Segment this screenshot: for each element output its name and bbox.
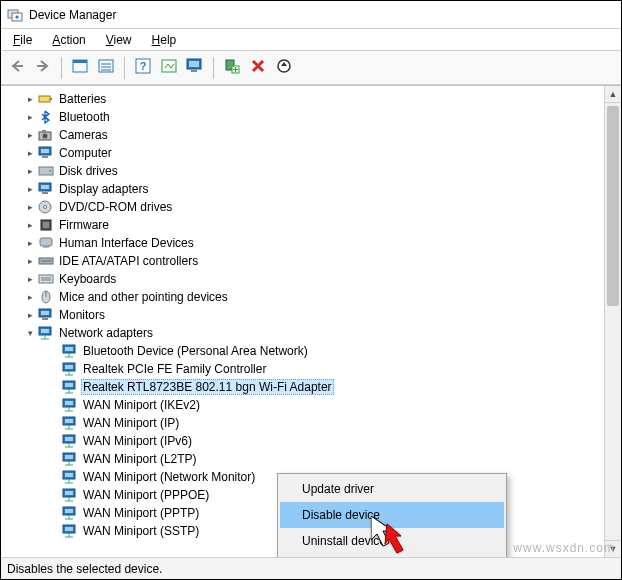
net-adapter-icon	[61, 505, 79, 521]
tree-device-label[interactable]: WAN Miniport (IP)	[81, 416, 181, 430]
tree-device-label[interactable]: WAN Miniport (L2TP)	[81, 452, 199, 466]
tree-device[interactable]: WAN Miniport (IPv6)	[7, 432, 621, 450]
update-icon	[276, 58, 292, 77]
tree-category-label[interactable]: Firmware	[57, 218, 111, 232]
tree-category[interactable]: ▸Cameras	[7, 126, 621, 144]
tree-category[interactable]: ▸Mice and other pointing devices	[7, 288, 621, 306]
expand-icon[interactable]: ▸	[23, 92, 37, 106]
camera-icon	[37, 127, 55, 143]
tree-device-label[interactable]: Realtek RTL8723BE 802.11 bgn Wi-Fi Adapt…	[81, 379, 334, 395]
tree-category[interactable]: ▸Bluetooth	[7, 108, 621, 126]
collapse-icon[interactable]: ▾	[23, 326, 37, 340]
tree-device[interactable]: Realtek RTL8723BE 802.11 bgn Wi-Fi Adapt…	[7, 378, 621, 396]
remove-icon	[251, 59, 265, 76]
scroll-up-button[interactable]: ▲	[605, 86, 621, 103]
expand-icon[interactable]: ▸	[23, 110, 37, 124]
expand-icon[interactable]: ▸	[23, 290, 37, 304]
tree-device[interactable]: Realtek PCIe FE Family Controller	[7, 360, 621, 378]
tree-category[interactable]: ▸Disk drives	[7, 162, 621, 180]
tree-category[interactable]: ▾Network adapters	[7, 324, 621, 342]
tree-category[interactable]: ▸DVD/CD-ROM drives	[7, 198, 621, 216]
context-item-uninstall-device[interactable]: Uninstall device	[280, 528, 504, 554]
toolbar-update-button[interactable]	[272, 56, 296, 80]
expand-icon[interactable]: ▸	[23, 146, 37, 160]
tree-category-label[interactable]: Display adapters	[57, 182, 150, 196]
net-adapter-icon	[61, 523, 79, 539]
tree-category[interactable]: ▸Computer	[7, 144, 621, 162]
tree-device-label[interactable]: Realtek PCIe FE Family Controller	[81, 362, 268, 376]
expand-icon[interactable]: ▸	[23, 182, 37, 196]
svg-rect-14	[191, 70, 197, 72]
tree-device-label[interactable]: WAN Miniport (SSTP)	[81, 524, 201, 538]
toolbar-help-button[interactable]: ?	[131, 56, 155, 80]
menu-file[interactable]: File	[3, 31, 42, 49]
context-item-disable-device[interactable]: Disable device	[280, 502, 504, 528]
svg-rect-81	[65, 455, 73, 459]
tree-category-label[interactable]: Batteries	[57, 92, 108, 106]
svg-rect-27	[42, 130, 46, 132]
tree-category-label[interactable]: Monitors	[57, 308, 107, 322]
expand-icon[interactable]: ▸	[23, 254, 37, 268]
tree-category[interactable]: ▸Keyboards	[7, 270, 621, 288]
menu-action[interactable]: Action	[42, 31, 95, 49]
tree-category-label[interactable]: Disk drives	[57, 164, 120, 178]
toolbar-properties-button[interactable]	[94, 56, 118, 80]
tree-device-label[interactable]: WAN Miniport (IPv6)	[81, 434, 194, 448]
expand-icon[interactable]: ▸	[23, 164, 37, 178]
tree-device[interactable]: Bluetooth Device (Personal Area Network)	[7, 342, 621, 360]
toolbar-forward-button[interactable]	[31, 56, 55, 80]
tree-device[interactable]: WAN Miniport (IP)	[7, 414, 621, 432]
device-tree[interactable]: ▸Batteries▸Bluetooth▸Cameras▸Computer▸Di…	[1, 85, 621, 557]
tree-category-label[interactable]: DVD/CD-ROM drives	[57, 200, 174, 214]
tree-category-label[interactable]: Cameras	[57, 128, 110, 142]
arrow-right-icon	[35, 59, 51, 76]
tree-category-label[interactable]: Mice and other pointing devices	[57, 290, 230, 304]
tree-category-label[interactable]: Keyboards	[57, 272, 118, 286]
tree-category-label[interactable]: Bluetooth	[57, 110, 112, 124]
toolbar-remove-button[interactable]	[246, 56, 270, 80]
toolbar-back-button[interactable]	[5, 56, 29, 80]
toolbar-show-hidden-button[interactable]	[68, 56, 92, 80]
svg-rect-97	[65, 527, 73, 531]
list-icon	[98, 59, 114, 76]
expand-icon[interactable]: ▸	[23, 272, 37, 286]
tree-device-label[interactable]: Bluetooth Device (Personal Area Network)	[81, 344, 310, 358]
bluetooth-icon	[37, 109, 55, 125]
vertical-scrollbar[interactable]: ▲ ▼	[604, 86, 621, 557]
tree-category[interactable]: ▸IDE ATA/ATAPI controllers	[7, 252, 621, 270]
svg-rect-61	[65, 365, 73, 369]
device-add-icon	[224, 58, 240, 77]
tree-device[interactable]: WAN Miniport (L2TP)	[7, 450, 621, 468]
toolbar-scan-button[interactable]	[157, 56, 181, 80]
tree-category-label[interactable]: IDE ATA/ATAPI controllers	[57, 254, 200, 268]
toolbar: ?	[1, 51, 621, 85]
expand-icon[interactable]: ▸	[23, 200, 37, 214]
tree-category[interactable]: ▸Firmware	[7, 216, 621, 234]
menu-help[interactable]: Help	[142, 31, 187, 49]
toolbar-monitor-button[interactable]	[183, 56, 207, 80]
tree-device-label[interactable]: WAN Miniport (Network Monitor)	[81, 470, 257, 484]
expand-icon[interactable]: ▸	[23, 308, 37, 322]
expand-icon[interactable]: ▸	[23, 128, 37, 142]
context-item-update-driver[interactable]: Update driver	[280, 476, 504, 502]
toolbar-add-legacy-button[interactable]	[220, 56, 244, 80]
tree-category-label[interactable]: Human Interface Devices	[57, 236, 196, 250]
net-adapter-icon	[61, 487, 79, 503]
tree-category[interactable]: ▸Display adapters	[7, 180, 621, 198]
tree-device-label[interactable]: WAN Miniport (PPPOE)	[81, 488, 211, 502]
expand-icon[interactable]: ▸	[23, 236, 37, 250]
tree-device-label[interactable]: WAN Miniport (PPTP)	[81, 506, 201, 520]
tree-category-label[interactable]: Network adapters	[57, 326, 155, 340]
tree-device-label[interactable]: WAN Miniport (IKEv2)	[81, 398, 202, 412]
svg-rect-57	[65, 347, 73, 351]
svg-rect-53	[41, 329, 49, 333]
tree-category[interactable]: ▸Monitors	[7, 306, 621, 324]
menu-view[interactable]: View	[96, 31, 142, 49]
tree-category[interactable]: ▸Batteries	[7, 90, 621, 108]
scroll-thumb[interactable]	[607, 106, 619, 306]
tree-device[interactable]: WAN Miniport (IKEv2)	[7, 396, 621, 414]
tree-category[interactable]: ▸Human Interface Devices	[7, 234, 621, 252]
spacer	[47, 398, 61, 412]
expand-icon[interactable]: ▸	[23, 218, 37, 232]
tree-category-label[interactable]: Computer	[57, 146, 114, 160]
